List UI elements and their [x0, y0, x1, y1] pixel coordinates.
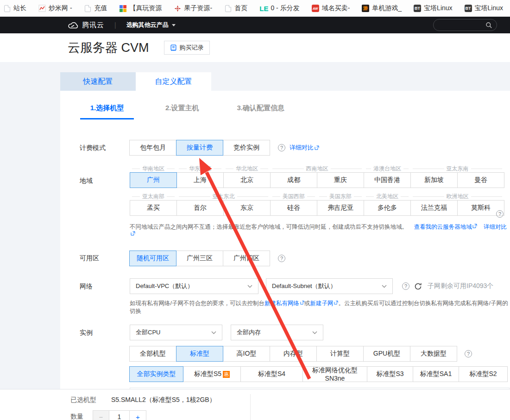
chevron-down-icon	[172, 24, 176, 26]
bookmark-item[interactable]: 游 单机游戏_	[356, 4, 408, 13]
grid-icon	[120, 5, 127, 12]
family-highio-button[interactable]: 高IO型	[223, 346, 270, 362]
region-group-label: 华南地区	[142, 165, 164, 173]
region-hongkong-button[interactable]: 中国香港	[364, 172, 411, 188]
help-icon[interactable]: ?	[278, 255, 285, 262]
region-mumbai-button[interactable]: 孟买	[130, 200, 177, 216]
search-icon	[485, 22, 492, 29]
region-group-row: 亚太南部 孟买 亚太东北 首尔 东京 美国西部 硅谷	[130, 193, 510, 216]
cpu-filter-value: 全部CPU	[136, 328, 160, 337]
external-link-icon	[472, 224, 477, 228]
bookmark-item[interactable]: 站长	[2, 4, 32, 13]
type-sa1-button[interactable]: 标准型SA1	[413, 366, 459, 382]
bookmark-item[interactable]: AW 域名买卖-	[306, 4, 356, 13]
instance-filter-row: 实例 全部CPU 全部内存	[60, 325, 510, 340]
tencent-cloud-logo[interactable]: 腾讯云	[68, 21, 104, 30]
type-spacer	[80, 372, 130, 376]
region-virginia-button[interactable]: 弗吉尼亚	[317, 200, 364, 216]
billing-spot-button[interactable]: 竞价实例	[223, 140, 270, 156]
bookmark-item[interactable]: BT 宝塔Linux	[408, 4, 458, 13]
purchase-history-label: 购买记录	[180, 44, 204, 52]
region-bangkok-button[interactable]: 曼谷	[457, 172, 504, 188]
region-group-east-china: 华东地区 上海	[176, 165, 224, 188]
tab-quick-config[interactable]: 快速配置	[60, 72, 136, 91]
my-regions-link[interactable]: 查看我的云服务器地域	[414, 224, 472, 230]
help-icon[interactable]: ?	[278, 144, 285, 151]
region-siliconvalley-button[interactable]: 硅谷	[270, 200, 317, 216]
family-memory-button[interactable]: 内存型	[270, 346, 317, 362]
step-label: 3.确认配置信息	[231, 104, 291, 118]
region-group-label: 美国东部	[329, 193, 352, 201]
active-step-underline	[80, 118, 134, 119]
region-note-text: 不同地域云产品之间内网不互通；选择最靠近您客户的地域，可降低访问时延，创建成功后…	[130, 224, 408, 230]
search-input[interactable]	[433, 19, 497, 31]
bookmark-item[interactable]: 炒米网 -	[32, 4, 78, 13]
page-icon	[84, 5, 92, 12]
tab-custom-config[interactable]: 自定义配置	[136, 72, 211, 91]
type-s3-button[interactable]: 标准型S3	[367, 366, 413, 382]
subnet-select[interactable]: Default-Subnet（默认）	[266, 278, 393, 294]
cpu-filter-select[interactable]: 全部CPU	[130, 325, 222, 340]
type-s5-button[interactable]: 标准型S5 惠	[183, 366, 241, 382]
bookmark-item[interactable]: 果子资源-	[168, 4, 219, 13]
region-chengdu-button[interactable]: 成都	[270, 172, 317, 188]
region-frankfurt-button[interactable]: 法兰克福	[410, 200, 458, 216]
create-vpc-link[interactable]: 新建私有网络	[264, 300, 299, 307]
bookmark-label: 炒米网 -	[49, 4, 72, 13]
bookmark-item[interactable]: BT 宝塔Linux	[459, 4, 509, 13]
memory-filter-select[interactable]: 全部内存	[231, 325, 323, 340]
type-sn3ne-button[interactable]: 标准网络优化型SN3ne	[302, 366, 367, 382]
region-shanghai-button[interactable]: 上海	[176, 172, 224, 188]
create-subnet-link[interactable]: 新建子网	[310, 300, 333, 307]
family-standard-button[interactable]: 标准型	[176, 346, 223, 362]
memory-filter-value: 全部内存	[237, 328, 261, 337]
region-chongqing-button[interactable]: 重庆	[317, 172, 364, 188]
vpc-select[interactable]: Default-VPC（默认）	[130, 278, 258, 294]
bookmark-item[interactable]: 充值	[78, 4, 113, 13]
region-group-us-west: 美国西部 硅谷	[270, 193, 317, 216]
zone-label: 可用区	[80, 254, 130, 263]
family-bigdata-button[interactable]: 大数据型	[410, 346, 457, 362]
region-group-label: 美国西部	[283, 193, 305, 201]
quantity-decrease-button[interactable]: −	[93, 410, 109, 420]
billing-postpaid-button[interactable]: 按量计费	[176, 140, 223, 156]
region-group-south-asia: 亚太南部 孟买	[130, 193, 177, 216]
billing-label: 计费模式	[80, 140, 130, 156]
quantity-increase-button[interactable]: +	[130, 410, 146, 420]
bookmark-item[interactable]: 首页	[218, 4, 253, 13]
region-compare-link[interactable]: 详细对比	[484, 224, 507, 230]
step-confirm[interactable]: 3.确认配置信息	[231, 104, 291, 119]
region-guangzhou-button[interactable]: 广州	[130, 172, 177, 188]
type-s2-button[interactable]: 标准型S2	[459, 366, 508, 382]
type-all-button[interactable]: 全部实例类型	[129, 366, 183, 382]
bookmark-item[interactable]: LE 0 - 乐分发	[253, 4, 305, 13]
help-icon[interactable]: ?	[465, 350, 472, 357]
purchase-history-button[interactable]: 购买记录	[164, 41, 210, 55]
zone-gz4-button[interactable]: 广州四区	[223, 251, 270, 266]
family-compute-button[interactable]: 计算型	[316, 346, 364, 362]
billing-compare-link[interactable]: 详细对比	[290, 144, 314, 152]
family-gpu-button[interactable]: GPU机型	[363, 346, 410, 362]
type-s4-button[interactable]: 标准型S4	[240, 366, 303, 382]
step-select-model[interactable]: 1.选择机型	[80, 104, 134, 119]
help-icon[interactable]: ?	[496, 210, 504, 218]
region-seoul-button[interactable]: 首尔	[176, 200, 224, 216]
region-tokyo-button[interactable]: 东京	[223, 200, 271, 216]
region-group-label: 亚太南部	[142, 193, 164, 201]
bookmark-label: 充值	[94, 4, 107, 13]
billing-prepaid-button[interactable]: 包年包月	[129, 140, 176, 156]
bookmark-item[interactable]: 【真玩资源	[113, 4, 168, 13]
help-icon[interactable]: ?	[402, 282, 409, 290]
family-all-button[interactable]: 全部机型	[129, 346, 176, 362]
step-set-host[interactable]: 2.设置主机	[159, 104, 206, 119]
network-note-text: 或	[304, 300, 310, 307]
other-products-menu[interactable]: 选购其他云产品	[126, 21, 176, 29]
type-s5-label: 标准型S5	[194, 370, 221, 378]
zone-gz3-button[interactable]: 广州三区	[176, 251, 223, 266]
region-singapore-button[interactable]: 新加坡	[410, 172, 458, 188]
quantity-label: 数量	[70, 413, 83, 420]
refresh-icon[interactable]	[414, 282, 422, 290]
zone-random-button[interactable]: 随机可用区	[129, 251, 176, 266]
region-beijing-button[interactable]: 北京	[223, 172, 271, 188]
region-toronto-button[interactable]: 多伦多	[364, 200, 411, 216]
